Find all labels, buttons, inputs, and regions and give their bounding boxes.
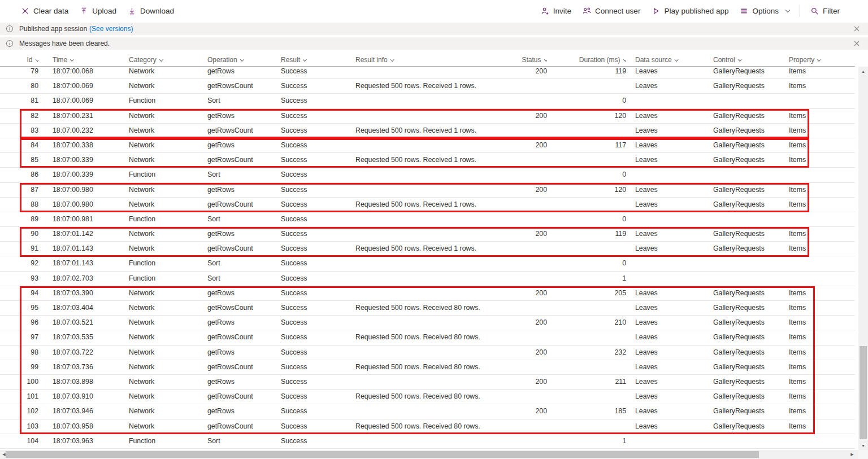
cell-data_source: Leaves xyxy=(626,346,713,360)
play-published-app-button[interactable]: Play published app xyxy=(646,0,734,21)
cell-result: Success xyxy=(281,227,355,241)
table-row[interactable]: 8718:07:00.980NetworkgetRowsSuccess20012… xyxy=(0,183,855,198)
cell-control xyxy=(713,434,789,448)
cell-duration: 205 xyxy=(547,286,626,300)
table-row[interactable]: 9018:07:01.142NetworkgetRowsSuccess20011… xyxy=(0,227,855,242)
cell-category: Network xyxy=(129,67,207,78)
cell-operation: getRows xyxy=(207,183,281,197)
table-row[interactable]: 8918:07:00.981FunctionSortSuccess0 xyxy=(0,212,855,227)
cell-operation: getRowsCount xyxy=(207,330,281,344)
table-row[interactable]: 9718:07:03.535NetworkgetRowsCountSuccess… xyxy=(0,330,855,345)
close-icon[interactable] xyxy=(850,23,863,35)
table-row[interactable]: 9418:07:03.390NetworkgetRowsSuccess20020… xyxy=(0,286,855,301)
table-row[interactable]: 8818:07:00.980NetworkgetRowsCountSuccess… xyxy=(0,198,855,212)
column-header-label: Control xyxy=(713,56,735,64)
chevron-down-icon xyxy=(390,58,394,61)
column-header-operation[interactable]: Operation xyxy=(207,54,281,66)
horizontal-scrollbar-thumb[interactable] xyxy=(6,451,759,458)
cell-operation: Sort xyxy=(207,434,281,448)
cell-result_info: Requested 500 rows. Received 80 rows. xyxy=(355,301,491,315)
scroll-right-arrow-icon[interactable]: ▶ xyxy=(848,450,856,459)
table-row[interactable]: 9118:07:01.143NetworkgetRowsCountSuccess… xyxy=(0,242,855,256)
cell-result: Success xyxy=(281,390,355,404)
cell-control: GalleryRequests xyxy=(713,346,789,360)
table-row[interactable]: 9918:07:03.736NetworkgetRowsCountSuccess… xyxy=(0,360,855,375)
upload-button[interactable]: Upload xyxy=(74,0,122,21)
cell-operation: getRowsCount xyxy=(207,124,281,138)
cell-duration: 0 xyxy=(547,256,626,270)
table-row[interactable]: 9318:07:02.703FunctionSortSuccess1 xyxy=(0,272,855,286)
table-row[interactable]: 8318:07:00.232NetworkgetRowsCountSuccess… xyxy=(0,124,855,138)
filter-button[interactable]: Filter xyxy=(805,0,845,21)
cell-time: 18:07:00.069 xyxy=(38,94,129,108)
vertical-scrollbar[interactable]: ▲ ▼ xyxy=(858,67,868,450)
table-row[interactable]: 8118:07:00.069FunctionSortSuccess0 xyxy=(0,94,855,108)
column-header-control[interactable]: Control xyxy=(713,54,789,66)
column-header-time[interactable]: Time xyxy=(38,54,129,66)
column-header-property[interactable]: Property xyxy=(789,54,832,66)
cell-duration: 1 xyxy=(547,272,626,286)
cell-category: Function xyxy=(129,94,207,108)
invite-button[interactable]: Invite xyxy=(535,0,577,21)
table-row[interactable]: 10218:07:03.946NetworkgetRowsSuccess2001… xyxy=(0,404,855,419)
column-header-id[interactable]: Id xyxy=(0,54,38,66)
column-header-duration[interactable]: Duration (ms) xyxy=(547,54,626,66)
options-button[interactable]: Options xyxy=(734,0,795,21)
chevron-down-icon xyxy=(36,58,38,61)
table-row[interactable]: 9618:07:03.521NetworkgetRowsSuccess20021… xyxy=(0,316,855,330)
table-row[interactable]: 8218:07:00.231NetworkgetRowsSuccess20012… xyxy=(0,109,855,124)
column-header-result[interactable]: Result xyxy=(281,54,355,66)
cell-category: Network xyxy=(129,404,207,418)
cell-control xyxy=(713,168,789,182)
cell-status: 200 xyxy=(491,286,547,300)
cell-property xyxy=(789,256,832,270)
cell-id: 85 xyxy=(0,153,38,167)
see-versions-link[interactable]: (See versions) xyxy=(89,25,133,33)
cell-data_source: Leaves xyxy=(626,198,713,212)
table-row[interactable]: 10418:07:03.963FunctionSortSuccess1 xyxy=(0,434,855,449)
download-button[interactable]: Download xyxy=(122,0,180,21)
table-row[interactable]: 9818:07:03.722NetworkgetRowsSuccess20023… xyxy=(0,346,855,360)
cell-result: Success xyxy=(281,168,355,182)
column-header-result_info[interactable]: Result info xyxy=(355,54,491,66)
column-header-label: Status xyxy=(522,56,541,64)
table-row[interactable]: 8018:07:00.069NetworkgetRowsCountSuccess… xyxy=(0,79,855,94)
connect-user-button[interactable]: Connect user xyxy=(577,0,646,21)
cell-time: 18:07:00.980 xyxy=(38,198,129,212)
cell-time: 18:07:00.338 xyxy=(38,138,129,152)
cell-result_info xyxy=(355,168,491,182)
table-row[interactable]: 9518:07:03.404NetworkgetRowsCountSuccess… xyxy=(0,301,855,316)
cell-status xyxy=(491,301,547,315)
table-row[interactable]: 10018:07:03.898NetworkgetRowsSuccess2002… xyxy=(0,375,855,390)
table-row[interactable]: 10318:07:03.958NetworkgetRowsCountSucces… xyxy=(0,419,855,434)
table-row[interactable]: 8618:07:00.339FunctionSortSuccess0 xyxy=(0,168,855,182)
horizontal-scrollbar[interactable]: ◀ ▶ xyxy=(0,450,858,459)
close-icon[interactable] xyxy=(850,37,863,50)
scroll-up-arrow-icon[interactable]: ▲ xyxy=(858,67,868,76)
cell-control: GalleryRequests xyxy=(713,227,789,241)
cell-duration: 117 xyxy=(547,138,626,152)
clear-data-button[interactable]: Clear data xyxy=(15,0,74,21)
vertical-scrollbar-thumb[interactable] xyxy=(860,346,867,439)
column-header-data_source[interactable]: Data source xyxy=(626,54,713,66)
cell-operation: getRows xyxy=(207,67,281,78)
cell-control: GalleryRequests xyxy=(713,316,789,330)
scroll-down-arrow-icon[interactable]: ▼ xyxy=(858,441,868,450)
table-row[interactable]: 8518:07:00.339NetworkgetRowsCountSuccess… xyxy=(0,153,855,168)
cell-operation: getRowsCount xyxy=(207,390,281,404)
column-header-status[interactable]: Status xyxy=(491,54,547,66)
table-row[interactable]: 9218:07:01.143FunctionSortSuccess0 xyxy=(0,256,855,271)
cell-time: 18:07:03.736 xyxy=(38,360,129,374)
table-row[interactable]: 10118:07:03.910NetworkgetRowsCountSucces… xyxy=(0,390,855,404)
table-row[interactable]: 7918:07:00.068NetworkgetRowsSuccess20011… xyxy=(0,67,855,79)
cell-property: Items xyxy=(789,79,832,93)
column-header-category[interactable]: Category xyxy=(129,54,207,66)
cell-result_info: Requested 500 rows. Received 1 rows. xyxy=(355,153,491,167)
cell-id: 98 xyxy=(0,346,38,360)
cell-result: Success xyxy=(281,346,355,360)
cell-control: GalleryRequests xyxy=(713,138,789,152)
table-row[interactable]: 8418:07:00.338NetworkgetRowsSuccess20011… xyxy=(0,138,855,153)
cell-duration xyxy=(547,330,626,344)
cell-operation: getRowsCount xyxy=(207,301,281,315)
cell-result_info: Requested 500 rows. Received 80 rows. xyxy=(355,360,491,374)
